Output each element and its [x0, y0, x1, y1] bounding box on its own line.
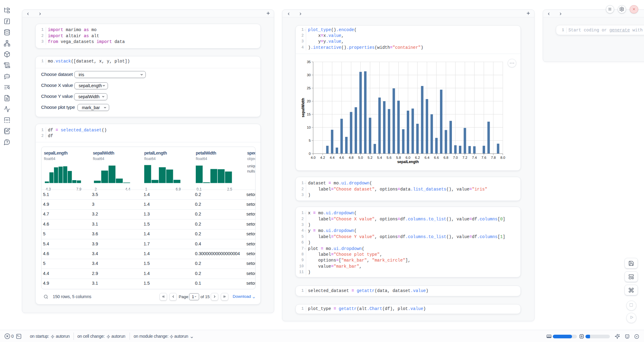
svg-text:5.6: 5.6 [387, 156, 392, 159]
svg-text:6.8: 6.8 [443, 156, 448, 159]
svg-text:7.2: 7.2 [463, 156, 467, 159]
svg-text:4.8: 4.8 [349, 156, 353, 159]
svg-text:4.2: 4.2 [320, 156, 325, 159]
svg-text:5.8: 5.8 [396, 156, 401, 159]
svg-text:sepalWidth: sepalWidth [301, 98, 305, 117]
svg-text:20: 20 [307, 99, 311, 103]
svg-text:6.4: 6.4 [424, 156, 430, 159]
svg-text:6.6: 6.6 [434, 156, 439, 159]
svg-text:6.0: 6.0 [406, 156, 410, 159]
svg-text:10: 10 [307, 126, 311, 129]
svg-text:8.0: 8.0 [500, 156, 505, 159]
svg-text:4.6: 4.6 [339, 156, 344, 159]
svg-text:7.6: 7.6 [481, 156, 486, 159]
svg-text:35: 35 [307, 60, 311, 64]
svg-text:15: 15 [307, 112, 311, 116]
svg-text:6.2: 6.2 [415, 156, 420, 159]
svg-text:25: 25 [307, 86, 311, 90]
svg-text:7.0: 7.0 [453, 156, 458, 159]
svg-text:5.4: 5.4 [377, 156, 382, 159]
svg-text:4.0: 4.0 [311, 156, 316, 159]
svg-text:7.8: 7.8 [491, 156, 496, 159]
svg-text:sepalLength: sepalLength [397, 160, 419, 164]
svg-text:4.4: 4.4 [330, 156, 335, 159]
svg-text:5.2: 5.2 [368, 156, 373, 159]
svg-text:5: 5 [309, 139, 311, 142]
svg-text:30: 30 [307, 73, 311, 77]
svg-text:7.4: 7.4 [472, 156, 477, 159]
svg-text:5.0: 5.0 [358, 156, 363, 159]
svg-text:0: 0 [309, 152, 311, 155]
